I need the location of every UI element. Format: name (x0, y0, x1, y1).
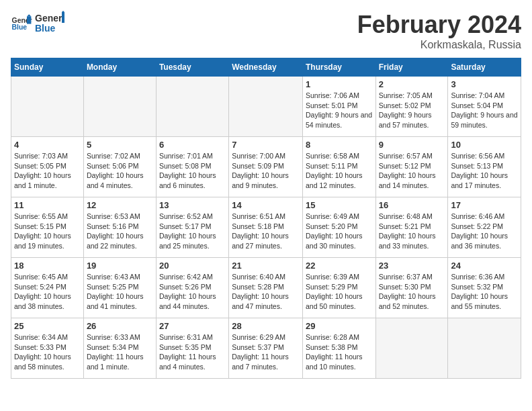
day-number: 20 (159, 261, 226, 271)
day-number: 2 (379, 79, 445, 89)
calendar-cell: 24Sunrise: 6:36 AM Sunset: 5:32 PM Dayli… (448, 258, 521, 318)
svg-marker-6 (62, 12, 64, 23)
calendar-cell: 26Sunrise: 6:33 AM Sunset: 5:34 PM Dayli… (83, 318, 156, 379)
calendar-cell (11, 77, 84, 137)
calendar-cell: 21Sunrise: 6:40 AM Sunset: 5:28 PM Dayli… (229, 258, 303, 318)
svg-marker-3 (27, 14, 31, 16)
calendar-cell: 19Sunrise: 6:43 AM Sunset: 5:25 PM Dayli… (83, 258, 156, 318)
day-number: 9 (379, 140, 445, 150)
calendar-cell: 5Sunrise: 7:02 AM Sunset: 5:06 PM Daylig… (83, 137, 156, 197)
col-header-tuesday: Tuesday (156, 58, 228, 77)
day-number: 19 (87, 261, 153, 271)
calendar-cell: 23Sunrise: 6:37 AM Sunset: 5:30 PM Dayli… (375, 258, 448, 318)
day-info: Sunrise: 6:31 AM Sunset: 5:35 PM Dayligh… (159, 332, 226, 372)
svg-text:Blue: Blue (35, 23, 56, 34)
day-info: Sunrise: 6:57 AM Sunset: 5:12 PM Dayligh… (379, 151, 445, 191)
day-number: 28 (232, 321, 300, 331)
calendar-cell: 10Sunrise: 6:56 AM Sunset: 5:13 PM Dayli… (448, 137, 521, 197)
day-number: 5 (87, 140, 153, 150)
day-number: 16 (379, 200, 445, 210)
calendar-cell: 27Sunrise: 6:31 AM Sunset: 5:35 PM Dayli… (156, 318, 228, 379)
logo-graphic: General Blue (35, 11, 64, 35)
logo-icon: General Blue (11, 12, 32, 34)
day-number: 23 (379, 261, 445, 271)
day-number: 18 (14, 261, 81, 271)
calendar-table: SundayMondayTuesdayWednesdayThursdayFrid… (11, 58, 521, 379)
day-number: 29 (306, 321, 373, 331)
calendar-header-row: SundayMondayTuesdayWednesdayThursdayFrid… (11, 58, 521, 77)
calendar-week-3: 11Sunrise: 6:55 AM Sunset: 5:15 PM Dayli… (11, 197, 521, 258)
day-info: Sunrise: 6:49 AM Sunset: 5:20 PM Dayligh… (306, 212, 373, 251)
calendar-cell: 17Sunrise: 6:46 AM Sunset: 5:22 PM Dayli… (448, 197, 521, 258)
calendar-cell: 6Sunrise: 7:01 AM Sunset: 5:08 PM Daylig… (156, 137, 228, 197)
day-info: Sunrise: 6:37 AM Sunset: 5:30 PM Dayligh… (379, 272, 445, 312)
day-number: 12 (87, 200, 153, 210)
day-number: 21 (232, 261, 300, 271)
day-info: Sunrise: 7:06 AM Sunset: 5:01 PM Dayligh… (306, 91, 373, 130)
title-block: February 2024 Korkmaskala, Russia (357, 11, 521, 51)
svg-text:Blue: Blue (12, 24, 28, 31)
day-number: 10 (451, 140, 518, 150)
calendar-cell: 16Sunrise: 6:48 AM Sunset: 5:21 PM Dayli… (375, 197, 448, 258)
day-info: Sunrise: 6:58 AM Sunset: 5:11 PM Dayligh… (306, 151, 373, 191)
day-info: Sunrise: 6:39 AM Sunset: 5:29 PM Dayligh… (306, 272, 373, 312)
day-number: 22 (306, 261, 373, 271)
day-number: 1 (306, 79, 373, 89)
day-number: 7 (232, 140, 300, 150)
calendar-cell (375, 318, 448, 379)
page-header: General Blue General Blue February 2024 … (11, 11, 521, 51)
day-number: 24 (451, 261, 518, 271)
day-info: Sunrise: 6:53 AM Sunset: 5:16 PM Dayligh… (87, 212, 153, 251)
calendar-cell: 11Sunrise: 6:55 AM Sunset: 5:15 PM Dayli… (11, 197, 84, 258)
col-header-saturday: Saturday (448, 58, 521, 77)
day-info: Sunrise: 6:48 AM Sunset: 5:21 PM Dayligh… (379, 212, 445, 251)
day-number: 14 (232, 200, 300, 210)
day-number: 11 (14, 200, 81, 210)
day-info: Sunrise: 6:45 AM Sunset: 5:24 PM Dayligh… (14, 272, 81, 312)
col-header-wednesday: Wednesday (229, 58, 303, 77)
day-info: Sunrise: 6:29 AM Sunset: 5:37 PM Dayligh… (232, 332, 300, 372)
day-info: Sunrise: 6:52 AM Sunset: 5:17 PM Dayligh… (159, 212, 226, 251)
day-number: 3 (451, 79, 518, 89)
svg-text:General: General (35, 13, 64, 24)
calendar-week-1: 1Sunrise: 7:06 AM Sunset: 5:01 PM Daylig… (11, 77, 521, 137)
col-header-monday: Monday (83, 58, 156, 77)
day-info: Sunrise: 6:46 AM Sunset: 5:22 PM Dayligh… (451, 212, 518, 251)
day-info: Sunrise: 6:36 AM Sunset: 5:32 PM Dayligh… (451, 272, 518, 312)
calendar-cell: 4Sunrise: 7:03 AM Sunset: 5:05 PM Daylig… (11, 137, 84, 197)
day-info: Sunrise: 7:00 AM Sunset: 5:09 PM Dayligh… (232, 151, 300, 191)
calendar-cell: 25Sunrise: 6:34 AM Sunset: 5:33 PM Dayli… (11, 318, 84, 379)
day-info: Sunrise: 6:33 AM Sunset: 5:34 PM Dayligh… (87, 332, 153, 372)
day-info: Sunrise: 6:28 AM Sunset: 5:38 PM Dayligh… (306, 332, 373, 372)
day-info: Sunrise: 6:40 AM Sunset: 5:28 PM Dayligh… (232, 272, 300, 312)
svg-marker-7 (62, 11, 64, 12)
day-info: Sunrise: 6:51 AM Sunset: 5:18 PM Dayligh… (232, 212, 300, 251)
calendar-cell: 15Sunrise: 6:49 AM Sunset: 5:20 PM Dayli… (302, 197, 375, 258)
day-number: 25 (14, 321, 81, 331)
calendar-cell: 8Sunrise: 6:58 AM Sunset: 5:11 PM Daylig… (302, 137, 375, 197)
day-number: 17 (451, 200, 518, 210)
day-number: 26 (87, 321, 153, 331)
month-title: February 2024 (357, 11, 521, 39)
day-info: Sunrise: 6:55 AM Sunset: 5:15 PM Dayligh… (14, 212, 81, 251)
calendar-cell: 2Sunrise: 7:05 AM Sunset: 5:02 PM Daylig… (375, 77, 448, 137)
day-number: 6 (159, 140, 226, 150)
day-number: 13 (159, 200, 226, 210)
calendar-body: 1Sunrise: 7:06 AM Sunset: 5:01 PM Daylig… (11, 77, 521, 379)
day-info: Sunrise: 7:04 AM Sunset: 5:04 PM Dayligh… (451, 91, 518, 130)
logo: General Blue General Blue (11, 11, 64, 35)
calendar-cell: 12Sunrise: 6:53 AM Sunset: 5:16 PM Dayli… (83, 197, 156, 258)
calendar-cell (156, 77, 228, 137)
day-info: Sunrise: 7:01 AM Sunset: 5:08 PM Dayligh… (159, 151, 226, 191)
day-number: 27 (159, 321, 226, 331)
day-info: Sunrise: 6:34 AM Sunset: 5:33 PM Dayligh… (14, 332, 81, 372)
day-info: Sunrise: 6:42 AM Sunset: 5:26 PM Dayligh… (159, 272, 226, 312)
col-header-thursday: Thursday (302, 58, 375, 77)
calendar-cell: 9Sunrise: 6:57 AM Sunset: 5:12 PM Daylig… (375, 137, 448, 197)
location: Korkmaskala, Russia (357, 39, 521, 51)
calendar-cell: 3Sunrise: 7:04 AM Sunset: 5:04 PM Daylig… (448, 77, 521, 137)
calendar-cell (229, 77, 303, 137)
calendar-week-2: 4Sunrise: 7:03 AM Sunset: 5:05 PM Daylig… (11, 137, 521, 197)
day-info: Sunrise: 7:02 AM Sunset: 5:06 PM Dayligh… (87, 151, 153, 191)
calendar-cell: 20Sunrise: 6:42 AM Sunset: 5:26 PM Dayli… (156, 258, 228, 318)
